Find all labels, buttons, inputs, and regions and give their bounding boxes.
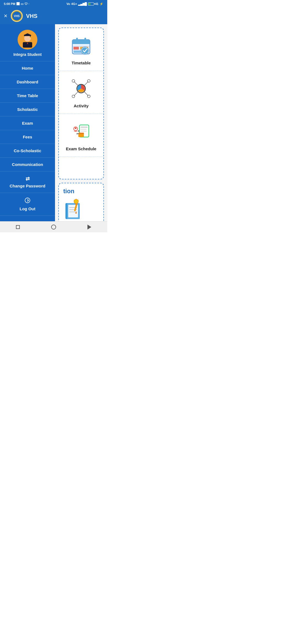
status-right: Vo 4G+ ▂▄▆█ 41 ⚡ <box>67 2 103 6</box>
avatar <box>18 30 37 50</box>
sidebar-menu: Home Dashboard Time Table Scholastic Exa… <box>0 61 55 221</box>
parking-icon: 🅿 <box>16 2 20 6</box>
svg-rect-12 <box>76 38 78 42</box>
sidebar-item-exam[interactable]: Exam <box>0 116 55 130</box>
activity-icon-wrap <box>70 78 92 101</box>
status-left: 5:08 PM 🅿 ▭ 🛡 · <box>4 2 29 6</box>
battery-level: 41 <box>95 2 98 6</box>
vhs-logo-circle: VHS <box>12 11 22 21</box>
nav-square-button[interactable] <box>14 223 22 231</box>
dot-sep: · <box>29 2 29 6</box>
content-cards-container: Timetable <box>58 28 104 179</box>
sidebar-item-timetable[interactable]: Time Table <box>0 89 55 103</box>
svg-rect-16 <box>73 47 79 50</box>
svg-point-30 <box>87 95 90 98</box>
change-password-label: Change Password <box>10 184 45 188</box>
circle-icon <box>51 225 56 230</box>
svg-line-26 <box>84 92 88 96</box>
exam-svg-icon <box>70 121 92 143</box>
timetable-icon-wrap <box>70 35 92 58</box>
svg-rect-13 <box>84 38 86 42</box>
app-title: VHS <box>26 13 37 19</box>
logout-icon <box>24 197 31 205</box>
exam-schedule-card[interactable]: Exam Schedule <box>59 114 103 157</box>
main-content: Timetable <box>55 24 107 221</box>
shield-icon: 🛡 <box>24 2 28 6</box>
communication-label: Communication <box>12 162 43 167</box>
square-icon <box>16 225 20 229</box>
sidebar-item-home[interactable]: Home <box>0 61 55 75</box>
svg-line-24 <box>84 81 88 85</box>
nav-home-button[interactable] <box>50 223 57 231</box>
carrier: Vo <box>67 2 70 6</box>
bottom-nav <box>0 221 107 232</box>
charging-icon: ⚡ <box>100 2 103 6</box>
sidebar-item-coscholastic[interactable]: Co-Scholastic <box>0 144 55 158</box>
time: 5:08 PM <box>4 2 15 6</box>
timetable-card-label: Timetable <box>72 61 91 65</box>
sidebar-item-scholastic[interactable]: Scholastic <box>0 103 55 116</box>
svg-point-28 <box>87 80 90 82</box>
svg-rect-11 <box>72 42 90 44</box>
vhs-text: VHS <box>14 15 20 18</box>
co-scholastic-label: Co-Scholastic <box>14 148 41 153</box>
timetable-label: Time Table <box>17 93 38 98</box>
exam-icon-wrap <box>70 121 92 144</box>
close-button[interactable]: × <box>4 12 7 20</box>
sidebar: Integra Student Home Dashboard Time Tabl… <box>0 24 55 221</box>
svg-rect-33 <box>81 129 87 130</box>
svg-rect-48 <box>75 203 77 204</box>
logout-svg-icon <box>24 197 31 203</box>
section-title: tion <box>63 188 99 195</box>
logout-label: Log Out <box>20 206 35 211</box>
sidebar-item-dashboard[interactable]: Dashboard <box>0 75 55 89</box>
student-icon <box>18 30 37 49</box>
scholastic-label: Scholastic <box>17 107 38 112</box>
notebook-svg-icon <box>63 198 85 220</box>
back-triangle-icon <box>87 225 91 230</box>
status-bar: 5:08 PM 🅿 ▭ 🛡 · Vo 4G+ ▂▄▆█ 41 ⚡ <box>0 0 107 8</box>
svg-point-20 <box>82 47 88 54</box>
activity-card-label: Activity <box>74 103 89 108</box>
fees-label: Fees <box>23 135 32 139</box>
svg-line-23 <box>74 81 78 85</box>
svg-rect-34 <box>81 131 87 132</box>
app-logo: VHS <box>11 10 23 22</box>
network: 4G+ <box>71 2 77 6</box>
svg-point-38 <box>75 127 76 129</box>
activity-card[interactable]: Activity <box>59 71 103 114</box>
co-scholastic-card[interactable] <box>59 157 103 179</box>
exam-schedule-card-label: Exam Schedule <box>66 146 97 151</box>
timetable-card[interactable]: Timetable <box>59 28 103 71</box>
screen-icon: ▭ <box>21 2 23 6</box>
sidebar-item-change-password[interactable]: ⇄ Change Password <box>0 171 55 193</box>
svg-rect-32 <box>81 127 88 128</box>
dashboard-label: Dashboard <box>17 80 38 84</box>
timetable-svg-icon <box>70 35 92 57</box>
svg-point-27 <box>72 80 75 82</box>
activity-svg-icon <box>70 78 92 100</box>
svg-point-29 <box>72 95 75 98</box>
svg-point-7 <box>30 37 31 38</box>
svg-rect-6 <box>30 35 31 37</box>
app-header: × VHS VHS <box>0 8 107 24</box>
sidebar-item-fees[interactable]: Fees <box>0 130 55 144</box>
signal-icon: ▂▄▆█ <box>78 2 87 6</box>
nav-back-button[interactable] <box>86 223 93 231</box>
battery-icon <box>88 2 94 6</box>
svg-line-25 <box>74 92 78 96</box>
user-name: Integra Student <box>13 52 42 57</box>
user-section: Integra Student <box>0 24 55 61</box>
notebook-icon-wrap <box>63 198 99 221</box>
main-layout: Integra Student Home Dashboard Time Tabl… <box>0 24 107 221</box>
sidebar-item-logout[interactable]: Log Out <box>0 193 55 216</box>
sidebar-item-communication[interactable]: Communication <box>0 158 55 171</box>
battery-fill <box>89 3 90 5</box>
exam-label: Exam <box>22 121 33 125</box>
svg-point-47 <box>74 199 78 204</box>
secondary-section: tion <box>58 183 104 221</box>
change-password-icon: ⇄ <box>26 176 30 182</box>
home-label: Home <box>22 66 33 70</box>
